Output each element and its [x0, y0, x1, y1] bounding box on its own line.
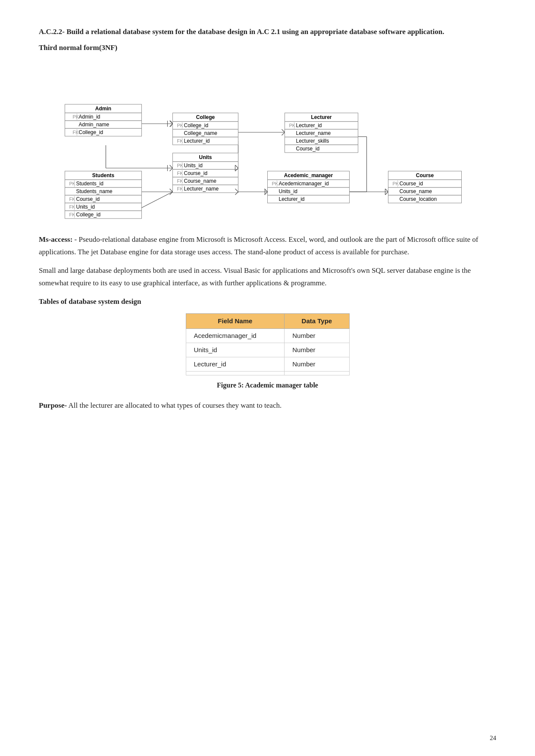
svg-text:Lecturer_name: Lecturer_name: [296, 130, 331, 136]
svg-line-22: [385, 192, 388, 195]
svg-text:Units_id: Units_id: [76, 204, 95, 210]
svg-text:FK: FK: [177, 138, 184, 144]
svg-text:Course_name: Course_name: [400, 188, 432, 194]
svg-text:Units: Units: [199, 154, 212, 160]
msaccess-paragraph: Ms-access: - Pseudo-relational database …: [39, 234, 496, 259]
table-row: Acedemicmanager_idNumber: [186, 329, 349, 343]
svg-text:Admin: Admin: [95, 106, 111, 112]
purpose-text: All the lecturer are allocated to what t…: [67, 401, 282, 409]
para2: Small and large database deployments bot…: [39, 265, 496, 290]
svg-text:Units_id: Units_id: [279, 188, 297, 194]
academic-manager-table: Field Name Data Type Acedemicmanager_idN…: [186, 313, 350, 375]
svg-text:Lecturer: Lecturer: [311, 114, 332, 120]
msaccess-label: Ms-access:: [39, 235, 72, 244]
svg-text:Admin_id: Admin_id: [79, 114, 100, 120]
svg-line-7: [282, 132, 285, 135]
svg-text:PK: PK: [272, 181, 278, 186]
svg-text:Students: Students: [92, 172, 115, 178]
svg-text:College_id: College_id: [79, 129, 103, 135]
col-data-type: Data Type: [285, 314, 349, 329]
svg-text:Admin_name: Admin_name: [79, 122, 110, 128]
main-heading: A.C.2.2- Build a relational database sys…: [39, 26, 496, 37]
data-table-wrap: Field Name Data Type Acedemicmanager_idN…: [39, 313, 496, 375]
svg-line-13: [170, 168, 173, 171]
section-title: Tables of database system design: [39, 296, 496, 307]
svg-text:Lecturer_name: Lecturer_name: [184, 186, 219, 192]
svg-line-122: [142, 192, 173, 208]
svg-text:College_name: College_name: [184, 130, 218, 136]
svg-text:Course_id: Course_id: [296, 146, 320, 152]
svg-text:FK: FK: [69, 197, 76, 202]
table-row: [186, 372, 349, 375]
purpose-paragraph: Purpose- All the lecturer are allocated …: [39, 400, 496, 412]
svg-text:FK: FK: [177, 178, 184, 184]
svg-line-21: [385, 189, 388, 192]
svg-text:PK: PK: [69, 181, 76, 186]
svg-text:Course_name: Course_name: [184, 178, 217, 184]
svg-line-6: [282, 129, 285, 132]
svg-text:Acedemic_manager: Acedemic_manager: [284, 172, 333, 178]
msaccess-text: - Pseudo-relational database engine from…: [39, 235, 478, 256]
svg-line-17: [170, 189, 173, 192]
svg-text:College: College: [196, 114, 215, 120]
svg-text:Course_id: Course_id: [400, 181, 423, 187]
svg-text:Course_location: Course_location: [400, 196, 437, 202]
svg-text:FK: FK: [73, 130, 79, 135]
svg-text:Students_id: Students_id: [76, 181, 103, 187]
svg-text:FK: FK: [177, 186, 184, 191]
svg-line-12: [170, 165, 173, 168]
svg-text:Course_id: Course_id: [184, 170, 208, 176]
svg-text:FK: FK: [177, 171, 184, 176]
svg-text:Course_id: Course_id: [76, 196, 100, 202]
svg-text:College_id: College_id: [184, 122, 209, 128]
table-row: Units_idNumber: [186, 343, 349, 357]
svg-text:Lecturer_id: Lecturer_id: [279, 196, 305, 202]
page-number: 24: [490, 733, 496, 743]
svg-text:Course: Course: [416, 172, 434, 178]
svg-text:FK: FK: [69, 212, 76, 217]
svg-text:Students_name: Students_name: [76, 188, 113, 194]
svg-text:Acedemicmanager_id: Acedemicmanager_id: [279, 181, 329, 187]
purpose-label: Purpose-: [39, 401, 67, 409]
erd-diagram: Admin PK Admin_id Admin_name FK College_…: [39, 61, 496, 221]
table-row: Lecturer_idNumber: [186, 357, 349, 372]
figure-caption: Figure 5: Academic manager table: [39, 380, 496, 391]
svg-text:Units_id: Units_id: [184, 162, 203, 169]
subheading: Third normal form(3NF): [39, 42, 496, 53]
col-field-name: Field Name: [186, 314, 285, 329]
svg-text:Lecturer_skills: Lecturer_skills: [296, 138, 329, 144]
svg-text:PK: PK: [177, 123, 184, 128]
svg-text:PK: PK: [289, 123, 296, 128]
svg-text:Lecturer_id: Lecturer_id: [184, 138, 210, 144]
svg-text:PK: PK: [177, 163, 184, 168]
svg-text:College_id: College_id: [76, 212, 101, 218]
svg-text:Lecturer_id: Lecturer_id: [296, 122, 322, 128]
svg-text:PK: PK: [393, 181, 399, 186]
svg-text:FK: FK: [69, 204, 76, 209]
